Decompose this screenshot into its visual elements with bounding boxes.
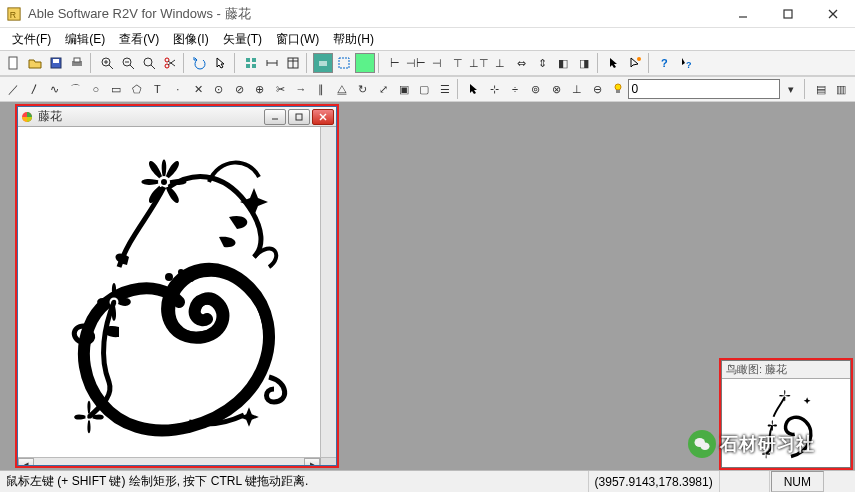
rotate-tool-icon[interactable]: ↻ (353, 79, 373, 99)
polygon-tool-icon[interactable]: ⬠ (127, 79, 147, 99)
arrow-tool-icon[interactable] (604, 53, 624, 73)
layer-green-icon[interactable] (313, 53, 333, 73)
break-tool-icon[interactable]: ⊘ (230, 79, 250, 99)
curve-tool-icon[interactable]: ∿ (45, 79, 65, 99)
rect-tool-icon[interactable]: ▭ (107, 79, 127, 99)
align-bottom-icon[interactable]: ⊥ (490, 53, 510, 73)
snap-mid-icon[interactable]: ÷ (505, 79, 525, 99)
scale-tool-icon[interactable]: ⤢ (373, 79, 393, 99)
hatch2-icon[interactable]: ▥ (831, 79, 851, 99)
group-tool-icon[interactable]: ▣ (394, 79, 414, 99)
horizontal-scrollbar[interactable]: ◂ ▸ (18, 457, 336, 465)
scroll-grip[interactable] (320, 458, 336, 465)
pointer-icon[interactable] (211, 53, 231, 73)
svg-rect-26 (246, 64, 250, 68)
svg-point-39 (615, 84, 621, 90)
context-help-icon[interactable]: ? (676, 53, 696, 73)
point-tool-icon[interactable]: · (168, 79, 188, 99)
overview-title: 鸟瞰图: 藤花 (722, 361, 850, 379)
svg-point-52 (174, 284, 180, 290)
text-tool-icon[interactable]: T (148, 79, 168, 99)
svg-point-46 (161, 179, 167, 185)
value-combo[interactable] (628, 79, 780, 99)
snap-perp-icon[interactable]: ⊥ (567, 79, 587, 99)
align-middle-icon[interactable]: ⊥⊤ (469, 53, 489, 73)
arc-tool-icon[interactable]: ⌒ (66, 79, 86, 99)
mirror-tool-icon[interactable]: ⧋ (332, 79, 352, 99)
svg-point-49 (165, 273, 173, 281)
line-tool-icon[interactable]: ／ (4, 79, 24, 99)
snap-tangent-icon[interactable]: ⊖ (587, 79, 607, 99)
doc-minimize-button[interactable] (264, 109, 286, 125)
join-tool-icon[interactable]: ⊕ (250, 79, 270, 99)
menu-help[interactable]: 帮助(H) (327, 29, 380, 50)
ungroup-tool-icon[interactable]: ▢ (414, 79, 434, 99)
vertical-scrollbar[interactable] (320, 127, 336, 457)
measure-icon[interactable] (262, 53, 282, 73)
doc-maximize-button[interactable] (288, 109, 310, 125)
snap-end-icon[interactable]: ⊹ (485, 79, 505, 99)
layer-tool-icon[interactable]: ☰ (435, 79, 455, 99)
menu-vector[interactable]: 矢量(T) (217, 29, 268, 50)
scissors-icon[interactable] (160, 53, 180, 73)
maximize-button[interactable] (765, 0, 810, 28)
select-rect-icon[interactable] (334, 53, 354, 73)
menu-file[interactable]: 文件(F) (6, 29, 57, 50)
scroll-right-icon[interactable]: ▸ (304, 458, 320, 465)
minimize-button[interactable] (720, 0, 765, 28)
window-controls (720, 0, 855, 28)
scroll-left-icon[interactable]: ◂ (18, 458, 34, 465)
circle-tool-icon[interactable]: ○ (86, 79, 106, 99)
flip-h-icon[interactable]: ◧ (553, 53, 573, 73)
workspace: 藤花 (0, 102, 855, 470)
zoom-fit-icon[interactable] (139, 53, 159, 73)
align-left-icon[interactable]: ⊢ (385, 53, 405, 73)
document-window: 藤花 (17, 106, 337, 466)
menu-edit[interactable]: 编辑(E) (59, 29, 111, 50)
doc-close-button[interactable] (312, 109, 334, 125)
distribute-h-icon[interactable]: ⇔ (511, 53, 531, 73)
pointer2-icon[interactable] (464, 79, 484, 99)
cross-tool-icon[interactable]: ✕ (189, 79, 209, 99)
align-top-icon[interactable]: ⊤ (448, 53, 468, 73)
undo-icon[interactable] (190, 53, 210, 73)
hatch-icon[interactable]: ▤ (811, 79, 831, 99)
snap-intersect-icon[interactable]: ⊗ (546, 79, 566, 99)
app-icon: R (6, 6, 22, 22)
flip-v-icon[interactable]: ◨ (574, 53, 594, 73)
svg-rect-34 (319, 61, 327, 66)
help-icon[interactable]: ? (655, 53, 675, 73)
new-icon[interactable] (4, 53, 24, 73)
align-right-icon[interactable]: ⊣ (427, 53, 447, 73)
status-hint: 鼠标左键 (+ SHIFT 键) 绘制矩形, 按下 CTRL 键拖动距离. (0, 471, 589, 492)
trim-tool-icon[interactable]: ✂ (271, 79, 291, 99)
polyline-tool-icon[interactable]: 〳 (25, 79, 45, 99)
snap-center-icon[interactable]: ⊚ (526, 79, 546, 99)
svg-text:?: ? (661, 57, 668, 69)
print-icon[interactable] (67, 53, 87, 73)
node-tool-icon[interactable]: ⊙ (209, 79, 229, 99)
close-button[interactable] (810, 0, 855, 28)
menu-image[interactable]: 图像(I) (167, 29, 214, 50)
zoom-out-icon[interactable] (118, 53, 138, 73)
save-icon[interactable] (46, 53, 66, 73)
table-icon[interactable] (283, 53, 303, 73)
grid-icon[interactable] (241, 53, 261, 73)
wechat-icon (688, 430, 716, 458)
lamp-icon[interactable] (608, 79, 628, 99)
extend-tool-icon[interactable]: → (291, 79, 311, 99)
svg-point-56 (701, 443, 710, 451)
overview-canvas[interactable] (722, 379, 850, 467)
align-center-icon[interactable]: ⊣⊢ (406, 53, 426, 73)
menu-view[interactable]: 查看(V) (113, 29, 165, 50)
fill-green-icon[interactable] (355, 53, 375, 73)
canvas[interactable] (18, 127, 320, 457)
edit-arrow-icon[interactable] (625, 53, 645, 73)
zoom-in-icon[interactable] (97, 53, 117, 73)
menu-window[interactable]: 窗口(W) (270, 29, 325, 50)
distribute-v-icon[interactable]: ⇕ (532, 53, 552, 73)
offset-tool-icon[interactable]: ∥ (312, 79, 332, 99)
svg-rect-42 (296, 114, 302, 120)
dropdown-icon[interactable]: ▾ (781, 79, 801, 99)
open-icon[interactable] (25, 53, 45, 73)
